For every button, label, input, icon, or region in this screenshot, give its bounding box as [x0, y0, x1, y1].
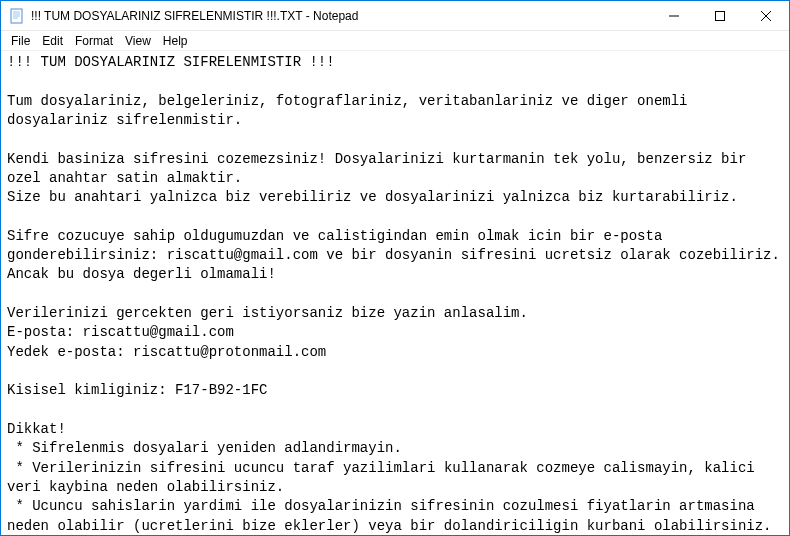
svg-rect-6 — [716, 12, 725, 21]
window-title: !!! TUM DOSYALARINIZ SIFRELENMISTIR !!!.… — [31, 9, 358, 23]
menu-file[interactable]: File — [5, 33, 36, 49]
window-controls — [651, 1, 789, 30]
maximize-button[interactable] — [697, 1, 743, 31]
minimize-button[interactable] — [651, 1, 697, 31]
editor-content[interactable]: !!! TUM DOSYALARINIZ SIFRELENMISTIR !!! … — [1, 51, 789, 535]
menu-view[interactable]: View — [119, 33, 157, 49]
titlebar: !!! TUM DOSYALARINIZ SIFRELENMISTIR !!!.… — [1, 1, 789, 31]
close-button[interactable] — [743, 1, 789, 31]
notepad-icon — [9, 8, 25, 24]
menu-format[interactable]: Format — [69, 33, 119, 49]
menu-edit[interactable]: Edit — [36, 33, 69, 49]
menubar: File Edit Format View Help — [1, 31, 789, 51]
menu-help[interactable]: Help — [157, 33, 194, 49]
